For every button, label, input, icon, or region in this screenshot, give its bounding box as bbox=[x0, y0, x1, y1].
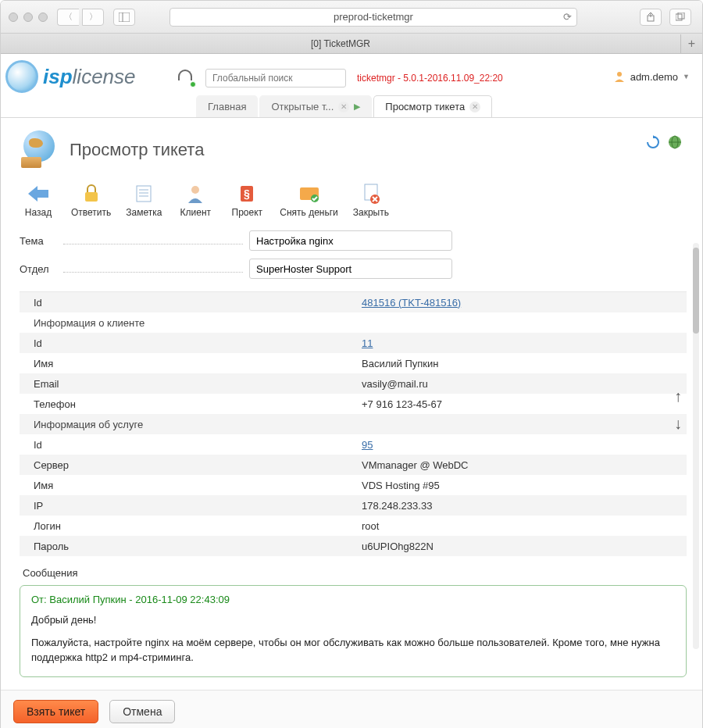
toolbar-label: Снять деньги bbox=[280, 207, 338, 218]
reply-action[interactable]: Ответить bbox=[71, 184, 111, 218]
share-button[interactable] bbox=[640, 9, 662, 26]
project-icon: § bbox=[237, 184, 257, 204]
row-value: u6UPIOhg822N bbox=[355, 541, 687, 552]
row-label: Имя bbox=[20, 480, 355, 491]
row-label: IP bbox=[20, 500, 355, 512]
row-value: +7 916 123-45-67 bbox=[355, 398, 687, 410]
message-greeting: Добрый день! bbox=[31, 613, 675, 628]
tab-open-tickets[interactable]: Открытые т... ✕ ▶ bbox=[259, 95, 372, 117]
row-value: VDS Hosting #95 bbox=[355, 480, 687, 491]
row-label: Пароль bbox=[20, 541, 355, 552]
row-label: Email bbox=[20, 378, 355, 390]
client-action[interactable]: Клиент bbox=[177, 184, 214, 218]
toolbar-label: Ответить bbox=[71, 207, 111, 218]
back-button[interactable]: 〈 bbox=[57, 9, 79, 26]
scroll-arrows: ↑ ↓ bbox=[674, 387, 682, 433]
message-from: От: Василий Пупкин - 2016-11-09 22:43:09 bbox=[31, 594, 675, 605]
close-icon[interactable]: ✕ bbox=[469, 102, 480, 112]
globe-small-icon[interactable] bbox=[668, 135, 682, 149]
toolbar: Назад Ответить Заметка Клиент § Проект bbox=[20, 184, 687, 223]
row-value: 178.248.233.33 bbox=[355, 500, 687, 512]
tab-label: Просмотр тикета bbox=[385, 101, 465, 112]
toolbar-label: Проект bbox=[232, 207, 263, 218]
take-ticket-button[interactable]: Взять тикет bbox=[13, 700, 98, 723]
note-action[interactable]: Заметка bbox=[125, 184, 162, 218]
lock-icon bbox=[81, 184, 102, 204]
row-value: Василий Пупкин bbox=[355, 358, 687, 369]
forward-button[interactable]: 〉 bbox=[82, 9, 104, 26]
svg-rect-4 bbox=[676, 14, 682, 20]
project-action[interactable]: § Проект bbox=[228, 184, 266, 218]
page-title: Просмотр тикета bbox=[70, 140, 204, 160]
row-label: Id bbox=[20, 337, 355, 349]
toolbar-label: Заметка bbox=[126, 207, 162, 218]
page-icon bbox=[20, 130, 59, 170]
browser-tab[interactable]: [0] TicketMGR bbox=[1, 38, 680, 49]
dept-input[interactable] bbox=[249, 259, 452, 279]
global-search-input[interactable] bbox=[205, 69, 346, 87]
dotted-line bbox=[63, 265, 243, 273]
svg-rect-13 bbox=[137, 186, 151, 202]
reload-icon[interactable]: ⟳ bbox=[563, 11, 572, 23]
row-value: root bbox=[355, 520, 687, 532]
section-header: Информация об услуге bbox=[20, 419, 355, 430]
user-name: adm.demo bbox=[630, 71, 678, 83]
app-tabs: Главная Открытые т... ✕ ▶ Просмотр тикет… bbox=[1, 96, 702, 118]
svg-text:§: § bbox=[244, 187, 250, 200]
maximize-window-icon[interactable] bbox=[38, 12, 48, 22]
row-label: Логин bbox=[20, 520, 355, 532]
vertical-scrollbar[interactable] bbox=[693, 243, 699, 649]
tab-main[interactable]: Главная bbox=[196, 95, 258, 117]
tabs-button[interactable] bbox=[669, 9, 691, 26]
row-label: Id bbox=[20, 439, 355, 451]
arrow-left-icon bbox=[28, 184, 48, 204]
arrow-up-icon[interactable]: ↑ bbox=[674, 387, 682, 405]
new-tab-button[interactable]: + bbox=[680, 34, 702, 53]
app-logo: isplicense bbox=[5, 57, 177, 96]
logo-swirl-icon bbox=[5, 60, 38, 93]
client-id-link[interactable]: 11 bbox=[362, 337, 373, 349]
url-bar[interactable]: preprod-ticketmgr ⟳ bbox=[170, 8, 577, 27]
arrow-down-icon[interactable]: ↓ bbox=[674, 415, 682, 433]
row-label: Имя bbox=[20, 358, 355, 369]
tab-label: Открытые т... bbox=[271, 101, 334, 112]
ticket-id-link[interactable]: 481516 (TKT-481516) bbox=[362, 297, 461, 309]
money-icon bbox=[299, 184, 319, 204]
back-action[interactable]: Назад bbox=[20, 184, 57, 218]
minimize-window-icon[interactable] bbox=[23, 12, 33, 22]
section-header: Информация о клиенте bbox=[20, 317, 355, 329]
svg-rect-0 bbox=[119, 12, 130, 22]
message-body: Пожалуйста, настройте nginx на моём серв… bbox=[31, 636, 675, 666]
close-doc-icon bbox=[361, 184, 381, 204]
chevron-down-icon: ▼ bbox=[683, 73, 690, 80]
refresh-icon[interactable] bbox=[646, 135, 660, 149]
service-id-link[interactable]: 95 bbox=[362, 439, 373, 451]
subject-input[interactable] bbox=[249, 230, 452, 251]
toolbar-label: Клиент bbox=[180, 207, 212, 218]
svg-rect-12 bbox=[85, 192, 98, 202]
sidebar-toggle-button[interactable] bbox=[113, 9, 135, 26]
user-icon bbox=[613, 70, 626, 83]
details-table: Id481516 (TKT-481516) Информация о клиен… bbox=[20, 291, 687, 556]
close-action[interactable]: Закрыть bbox=[352, 184, 390, 218]
svg-point-17 bbox=[191, 186, 199, 194]
toolbar-label: Закрыть bbox=[353, 207, 389, 218]
close-window-icon[interactable] bbox=[9, 12, 18, 22]
messages-label: Сообщения bbox=[20, 567, 687, 579]
browser-toolbar: 〈 〉 preprod-ticketmgr ⟳ bbox=[1, 1, 702, 34]
user-menu[interactable]: adm.demo ▼ bbox=[613, 70, 694, 83]
person-icon bbox=[185, 184, 205, 204]
tab-view-ticket[interactable]: Просмотр тикета ✕ bbox=[373, 95, 492, 117]
version-label: ticketmgr - 5.0.1-2016.11.09_22:20 bbox=[357, 73, 503, 84]
support-status-icon[interactable] bbox=[177, 70, 194, 87]
subject-label: Тема bbox=[20, 235, 63, 247]
cancel-button[interactable]: Отмена bbox=[109, 700, 175, 723]
footer-bar: Взять тикет Отмена bbox=[1, 690, 702, 728]
scrollbar-thumb[interactable] bbox=[693, 248, 699, 334]
close-icon[interactable]: ✕ bbox=[338, 102, 349, 112]
row-value: VMmanager @ WebDC bbox=[355, 459, 687, 471]
charge-action[interactable]: Снять деньги bbox=[280, 184, 338, 218]
message-box: От: Василий Пупкин - 2016-11-09 22:43:09… bbox=[20, 585, 687, 677]
chevron-right-icon: ▶ bbox=[354, 102, 360, 112]
note-icon bbox=[134, 184, 154, 204]
